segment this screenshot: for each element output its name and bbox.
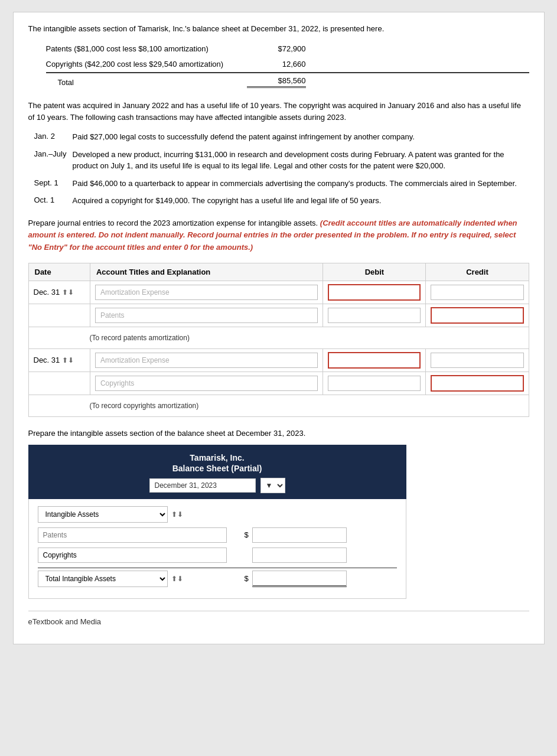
intro-text: The intangible assets section of Tamaris… xyxy=(28,24,529,33)
bs-intangible-assets-label-area: Intangible Assets ⬆⬇ xyxy=(38,506,245,523)
bs-patents-input[interactable] xyxy=(38,527,227,543)
entry1-note-cell: (To record patents amortization) xyxy=(28,327,529,348)
bs-total-value-input[interactable] xyxy=(252,571,347,587)
bs-intangible-assets-row: Intangible Assets ⬆⬇ xyxy=(38,506,397,523)
transaction-date-oct1: Oct. 1 xyxy=(34,195,73,204)
transaction-desc-sept1: Paid $46,000 to a quarterback to appear … xyxy=(73,178,529,190)
entry2-date-spinner[interactable]: ⬆⬇ xyxy=(62,356,74,364)
bs-section: Prepare the intangible assets section of… xyxy=(28,429,529,599)
entry1-note: (To record patents amortization) xyxy=(34,330,524,346)
entry1-account2-cell xyxy=(90,304,323,327)
page-container: The intangible assets section of Tamaris… xyxy=(13,12,545,644)
entry1-account1-cell xyxy=(90,281,323,304)
entry1-account1-input[interactable] xyxy=(95,285,318,300)
bs-total-row: Total Intangible Assets ⬆⬇ $ xyxy=(38,568,397,587)
header-debit: Debit xyxy=(323,263,426,281)
transaction-desc-jan2: Paid $27,000 legal costs to successfully… xyxy=(73,131,529,143)
bs-intangible-assets-spinner[interactable]: ⬆⬇ xyxy=(171,510,183,519)
entry2-credit2-input[interactable] xyxy=(431,375,523,392)
entry2-credit1-cell xyxy=(426,348,529,372)
entry2-credit1-input[interactable] xyxy=(431,353,523,368)
transaction-jan2: Jan. 2 Paid $27,000 legal costs to succe… xyxy=(34,131,529,143)
bs-company-name: Tamarisk, Inc. xyxy=(34,453,400,462)
entry1-date-label: Dec. 31 xyxy=(34,288,60,296)
entry1-debit1-input[interactable] xyxy=(328,284,421,301)
entry2-debit1-input[interactable] xyxy=(328,352,421,369)
entry1-date-spinner[interactable]: ⬆⬇ xyxy=(62,288,74,296)
entry2-account1-input[interactable] xyxy=(95,353,318,368)
entry1-credit1-input[interactable] xyxy=(431,285,523,300)
transaction-oct1: Oct. 1 Acquired a copyright for $149,000… xyxy=(34,195,529,207)
balance-row-patents: Patents ($81,000 cost less $8,100 amorti… xyxy=(46,41,529,57)
entry2-row2 xyxy=(28,372,529,395)
bs-patents-value-input[interactable] xyxy=(252,527,347,543)
entry1-date-wrapper: Dec. 31 ⬆⬇ xyxy=(34,288,85,296)
transaction-date-jan-july: Jan.–July xyxy=(34,149,73,158)
bs-body: Intangible Assets ⬆⬇ $ xyxy=(28,499,406,599)
bs-card: Tamarisk, Inc. Balance Sheet (Partial) ▼ xyxy=(28,445,406,499)
transaction-date-sept1: Sept. 1 xyxy=(34,178,73,187)
bs-total-label-area: Total Intangible Assets ⬆⬇ xyxy=(38,571,245,587)
entry2-date-wrapper: Dec. 31 ⬆⬇ xyxy=(34,356,85,364)
entry1-debit2-cell xyxy=(323,304,426,327)
entry1-row2-date xyxy=(28,304,90,327)
footer-text: eTextbook and Media xyxy=(28,617,102,626)
entry2-note-row: (To record copyrights amortization) xyxy=(28,395,529,416)
entry2-note: (To record copyrights amortization) xyxy=(34,398,524,413)
copyrights-label: Copyrights ($42,200 cost less $29,540 am… xyxy=(46,60,247,69)
bs-intro-text: Prepare the intangible assets section of… xyxy=(28,429,529,438)
bs-intangible-assets-select[interactable]: Intangible Assets xyxy=(38,506,168,523)
bs-total-dollar: $ xyxy=(245,574,249,583)
patents-label: Patents ($81,000 cost less $8,100 amorti… xyxy=(46,44,247,53)
total-label: Total xyxy=(46,78,247,87)
entry2-account2-input[interactable] xyxy=(95,376,318,391)
bs-sheet-title: Balance Sheet (Partial) xyxy=(34,464,400,473)
bs-patents-label-area xyxy=(38,527,245,543)
patents-amount: $72,900 xyxy=(247,44,306,53)
balance-row-copyrights: Copyrights ($42,200 cost less $29,540 am… xyxy=(46,57,529,72)
entry2-row1: Dec. 31 ⬆⬇ xyxy=(28,348,529,372)
entry1-row2 xyxy=(28,304,529,327)
entry2-debit2-input[interactable] xyxy=(328,376,421,391)
bs-date-row: ▼ xyxy=(34,478,400,493)
entry2-account1-cell xyxy=(90,348,323,372)
bs-copyrights-label-area xyxy=(38,548,245,563)
transaction-jan-july: Jan.–July Developed a new product, incur… xyxy=(34,149,529,172)
story-text: The patent was acquired in January 2022 … xyxy=(28,100,529,123)
entry1-debit2-input[interactable] xyxy=(328,308,421,323)
transaction-date-jan2: Jan. 2 xyxy=(34,131,73,141)
bs-patents-dollar: $ xyxy=(245,530,249,539)
bs-date-select[interactable]: ▼ xyxy=(260,478,285,493)
entry2-row2-date xyxy=(28,372,90,395)
balance-row-total: Total $85,560 xyxy=(46,72,529,92)
entry2-debit1-cell xyxy=(323,348,426,372)
entry2-credit2-cell xyxy=(426,372,529,395)
entry2-note-cell: (To record copyrights amortization) xyxy=(28,395,529,416)
transaction-sept1: Sept. 1 Paid $46,000 to a quarterback to… xyxy=(34,178,529,190)
footer-section: eTextbook and Media xyxy=(28,611,529,626)
header-credit: Credit xyxy=(426,263,529,281)
entry2-date-label: Dec. 31 xyxy=(34,356,60,364)
journal-instructions-normal: Prepare journal entries to record the 20… xyxy=(28,219,318,227)
bs-total-spinner[interactable]: ⬆⬇ xyxy=(171,575,183,583)
entry2-debit2-cell xyxy=(323,372,426,395)
bs-copyrights-input[interactable] xyxy=(38,548,227,563)
entry1-account2-input[interactable] xyxy=(95,308,318,323)
bs-date-input[interactable] xyxy=(149,478,256,493)
bs-total-input-area: $ xyxy=(245,571,347,587)
transactions-list: Jan. 2 Paid $27,000 legal costs to succe… xyxy=(34,131,529,207)
bs-copyrights-value-input[interactable] xyxy=(252,548,347,563)
entry1-credit2-input[interactable] xyxy=(431,307,523,324)
bs-total-select[interactable]: Total Intangible Assets xyxy=(38,571,168,587)
entry2-account2-cell xyxy=(90,372,323,395)
entry1-row1: Dec. 31 ⬆⬇ xyxy=(28,281,529,304)
total-amount: $85,560 xyxy=(247,76,306,88)
journal-instructions: Prepare journal entries to record the 20… xyxy=(28,217,529,254)
entry2-date-cell: Dec. 31 ⬆⬇ xyxy=(28,348,90,372)
bs-copyrights-input-area: $ xyxy=(245,548,347,563)
entry1-note-row: (To record patents amortization) xyxy=(28,327,529,348)
transaction-desc-oct1: Acquired a copyright for $149,000. The c… xyxy=(73,195,529,207)
entry1-debit1-cell xyxy=(323,281,426,304)
transaction-desc-jan-july: Developed a new product, incurring $131,… xyxy=(73,149,529,172)
journal-table: Date Account Titles and Explanation Debi… xyxy=(28,263,529,417)
